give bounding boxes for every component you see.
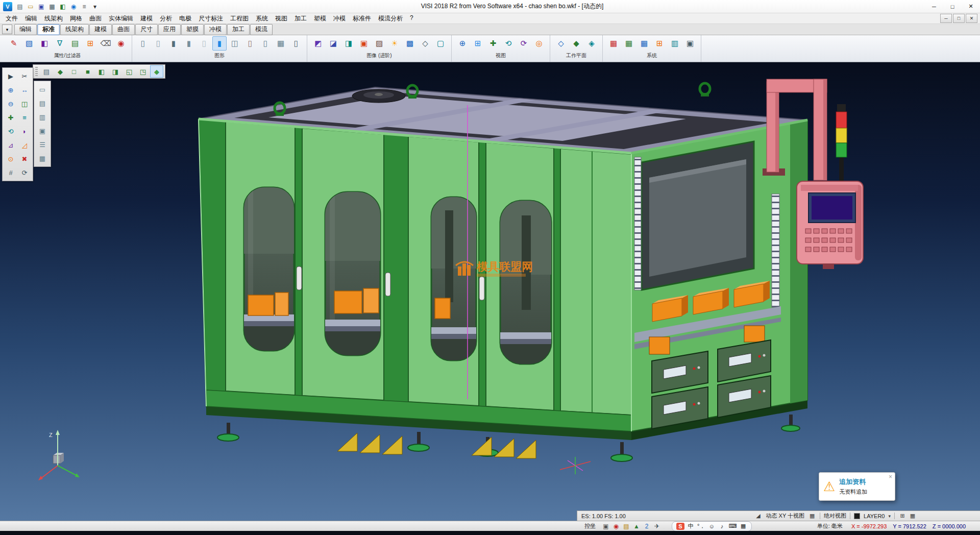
menu-item-11[interactable]: 工程图 bbox=[227, 13, 252, 24]
display-list-icon[interactable]: ▤ bbox=[40, 65, 53, 78]
measure-icon[interactable]: ⊿ bbox=[4, 138, 17, 152]
wireframe-display-icon[interactable]: ▯ bbox=[136, 36, 150, 51]
axis-display-icon[interactable]: ▯ bbox=[289, 36, 303, 51]
mirror-icon[interactable]: ◫ bbox=[18, 97, 31, 110]
macro-icon[interactable]: ▦ bbox=[637, 36, 651, 51]
menu-item-6[interactable]: 实体编辑 bbox=[105, 13, 137, 24]
tab-5[interactable]: 曲面 bbox=[112, 24, 135, 35]
tab-9[interactable]: 冲模 bbox=[204, 24, 227, 35]
layer-manager-icon[interactable]: ▤ bbox=[68, 36, 82, 51]
view-top-icon[interactable]: ◱ bbox=[122, 65, 136, 78]
view-back-icon[interactable]: ■ bbox=[81, 65, 94, 78]
selection-filter-icon[interactable]: ⊞ bbox=[83, 36, 97, 51]
absolute-view-label[interactable]: 绝对视图 bbox=[824, 512, 846, 520]
zoom-indicator-icon[interactable]: ◉ bbox=[611, 522, 621, 530]
snap-mode-label[interactable]: 控坐 bbox=[582, 522, 598, 530]
menu-item-4[interactable]: 网格 bbox=[66, 13, 86, 24]
hidden-line-icon[interactable]: ▯ bbox=[151, 36, 165, 51]
world-icon[interactable]: ◉ bbox=[69, 2, 78, 11]
tab-10[interactable]: 加工 bbox=[227, 24, 250, 35]
match-properties-icon[interactable]: ◧ bbox=[37, 36, 52, 51]
workplane-manager-icon[interactable]: ◈ bbox=[584, 36, 599, 51]
erase-icon[interactable]: ⌫ bbox=[99, 36, 113, 51]
delete-icon[interactable]: ✖ bbox=[18, 152, 31, 165]
filter-icon[interactable]: ∇ bbox=[53, 36, 67, 51]
lighting-icon[interactable]: ☀ bbox=[387, 36, 402, 51]
favorites-panel-icon[interactable]: ▣ bbox=[36, 124, 49, 137]
element-info-icon[interactable]: ▯ bbox=[243, 36, 257, 51]
ime-punctuation-icon[interactable]: °， bbox=[697, 523, 705, 530]
zoom-in-icon[interactable]: ⊕ bbox=[4, 83, 17, 96]
dynamic-view-label[interactable]: 动态 XY 十视图 bbox=[766, 512, 805, 520]
split-view-icon[interactable]: ▦ bbox=[909, 512, 917, 520]
ime-toolbox-icon[interactable]: ▦ bbox=[739, 523, 747, 530]
menu-item-14[interactable]: 加工 bbox=[291, 13, 310, 24]
transparency-icon[interactable]: ▯ bbox=[197, 36, 211, 51]
shadow-icon[interactable]: ◪ bbox=[326, 36, 340, 51]
fly-mode-icon[interactable]: ✈ bbox=[652, 522, 662, 530]
tab-4[interactable]: 建模 bbox=[89, 24, 112, 35]
open-file-icon[interactable]: ▭ bbox=[26, 2, 35, 11]
tab-11[interactable]: 模流 bbox=[250, 24, 273, 35]
reflection-icon[interactable]: ◨ bbox=[341, 36, 356, 51]
snapshot-icon[interactable]: ▢ bbox=[433, 36, 448, 51]
ime-emoji-icon[interactable]: ☺ bbox=[707, 523, 716, 530]
menu-item-13[interactable]: 视图 bbox=[272, 13, 291, 24]
minimize-button[interactable]: ─ bbox=[925, 1, 943, 13]
view-isometric-icon[interactable]: ◆ bbox=[54, 65, 67, 78]
workplane-from-element-icon[interactable]: ◆ bbox=[569, 36, 583, 51]
zoom-out-icon[interactable]: ⊖ bbox=[4, 97, 17, 110]
menu-item-2[interactable]: 编辑 bbox=[21, 13, 41, 24]
grid-icon[interactable]: # bbox=[4, 166, 17, 179]
view-left-icon[interactable]: ◧ bbox=[95, 65, 108, 78]
image-quality-icon[interactable]: ◩ bbox=[311, 36, 325, 51]
ime-language-icon[interactable]: 中 bbox=[687, 523, 695, 530]
view-front-icon[interactable]: □ bbox=[67, 65, 81, 78]
options-panel-icon[interactable]: ▦ bbox=[36, 152, 49, 165]
folder-icon[interactable]: ▤ bbox=[622, 522, 631, 530]
view-bottom-icon[interactable]: ◳ bbox=[136, 65, 150, 78]
print-icon[interactable]: ▦ bbox=[47, 2, 57, 11]
view-grid-icon[interactable]: ▦ bbox=[808, 512, 816, 520]
grid-snap-icon[interactable]: ▣ bbox=[601, 522, 610, 530]
tab-3[interactable]: 线架构 bbox=[60, 24, 89, 35]
rotate-view-icon[interactable]: ⟲ bbox=[501, 36, 516, 51]
curve-display-icon[interactable]: ▯ bbox=[258, 36, 273, 51]
color-filter-icon[interactable]: ▧ bbox=[22, 36, 36, 51]
offset-icon[interactable]: ≡ bbox=[18, 111, 31, 124]
menu-item-5[interactable]: 曲面 bbox=[86, 13, 105, 24]
grid-display-icon[interactable]: ▦ bbox=[274, 36, 288, 51]
save-icon[interactable]: ▣ bbox=[37, 2, 46, 11]
material-icon[interactable]: ▣ bbox=[357, 36, 371, 51]
trim-icon[interactable]: ✂ bbox=[18, 69, 31, 83]
menu-item-12[interactable]: 系统 bbox=[252, 13, 272, 24]
viewport-canvas[interactable]: Z 模具联盟网 bbox=[0, 62, 980, 521]
texture-icon[interactable]: ▨ bbox=[372, 36, 386, 51]
toolbar-grip[interactable] bbox=[35, 67, 38, 76]
menu-item-16[interactable]: 冲模 bbox=[330, 13, 349, 24]
view-shaded-cube-icon[interactable]: ◆ bbox=[150, 65, 163, 78]
mdi-close-button[interactable]: ✕ bbox=[966, 14, 977, 23]
chamfer-icon[interactable]: ◿ bbox=[18, 138, 31, 152]
point-snap-icon[interactable]: ⊙ bbox=[4, 152, 17, 165]
zoom-all-icon[interactable]: ⊕ bbox=[455, 36, 470, 51]
library-panel-icon[interactable]: ☰ bbox=[36, 138, 49, 151]
view-corner-icon[interactable]: ◢ bbox=[754, 512, 763, 520]
menu-item-7[interactable]: 建模 bbox=[137, 13, 156, 24]
pan-icon[interactable]: ✚ bbox=[486, 36, 500, 51]
model-tree-icon[interactable]: ◧ bbox=[58, 2, 67, 11]
machine-right-face[interactable] bbox=[631, 120, 807, 431]
highlight-icon[interactable]: ◉ bbox=[114, 36, 128, 51]
render-mode-icon[interactable]: ▮ bbox=[212, 36, 227, 51]
layer-color-chip[interactable] bbox=[854, 513, 860, 519]
menu-item-19[interactable]: ? bbox=[406, 13, 417, 24]
menu-item-8[interactable]: 分析 bbox=[156, 13, 176, 24]
mdi-minimize-button[interactable]: ─ bbox=[940, 14, 952, 23]
zoom-window-icon[interactable]: ⊞ bbox=[471, 36, 485, 51]
select-icon[interactable]: ▶ bbox=[4, 69, 17, 83]
soft-keyboard-icon[interactable]: ⌨ bbox=[728, 523, 737, 530]
notes-panel-icon[interactable]: ▤ bbox=[36, 96, 49, 110]
system-settings-icon[interactable]: ▦ bbox=[606, 36, 621, 51]
system-info-icon[interactable]: ▣ bbox=[683, 36, 697, 51]
menu-item-10[interactable]: 尺寸标注 bbox=[195, 13, 227, 24]
